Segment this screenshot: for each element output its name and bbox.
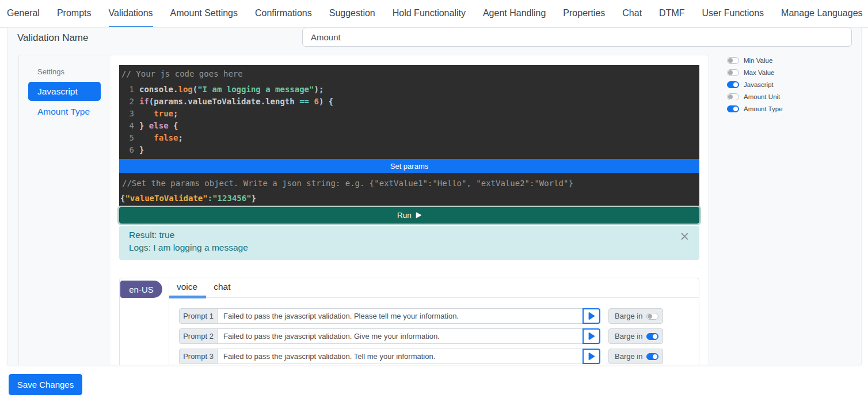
code-token: true: [154, 109, 173, 118]
code-token: "I am logging a message": [197, 85, 314, 94]
close-icon[interactable]: ×: [679, 229, 690, 243]
prompt-text-input[interactable]: [217, 349, 583, 364]
save-changes-button[interactable]: Save Changes: [9, 374, 82, 395]
switch-knob: [653, 354, 657, 359]
barge-in-switch[interactable]: [646, 313, 658, 320]
prompt-rows: Prompt 1Barge inPrompt 2Barge inPrompt 3…: [179, 308, 665, 365]
params-editor[interactable]: //Set the params object. Write a json st…: [119, 173, 699, 206]
channel-tab-chat[interactable]: chat: [206, 278, 239, 298]
option-label: Amount Unit: [744, 93, 780, 100]
set-params-button[interactable]: Set params: [119, 159, 699, 173]
line-number: 4: [119, 120, 134, 132]
code-line-3: 3 true;: [119, 108, 699, 120]
barge-in-switch[interactable]: [646, 353, 658, 360]
top-nav: GeneralPromptsValidationsAmount Settings…: [0, 0, 868, 28]
nav-tab-confirmations[interactable]: Confirmations: [255, 8, 312, 28]
line-number: 3: [119, 108, 134, 120]
nav-tab-suggestion[interactable]: Suggestion: [329, 8, 375, 28]
prompt-play-button[interactable]: [583, 308, 600, 324]
switch-knob: [733, 107, 738, 111]
option-switch[interactable]: [727, 105, 739, 112]
code-line-2: 2if(params.valueToValidate.length == 6) …: [119, 96, 699, 108]
prompt-play-button[interactable]: [583, 328, 600, 344]
language-tab-en-us[interactable]: en-US: [120, 281, 162, 298]
play-icon: [588, 312, 595, 320]
sidebar-item-javascript[interactable]: Javascript: [28, 82, 101, 101]
nav-tab-user-functions[interactable]: User Functions: [702, 8, 764, 28]
code-line-5: 5 false;: [119, 132, 699, 144]
nav-tab-properties[interactable]: Properties: [563, 8, 605, 28]
switch-knob: [728, 58, 733, 63]
nav-tab-validations[interactable]: Validations: [109, 8, 153, 28]
option-row-max-value: Max Value: [727, 66, 783, 78]
switch-knob: [648, 314, 652, 319]
code-token: {: [169, 121, 178, 130]
prompt-text-input[interactable]: [217, 308, 583, 324]
params-token: "123456": [212, 194, 251, 203]
app-window: GeneralPromptsValidationsAmount Settings…: [0, 0, 868, 401]
code-token: ;: [173, 109, 178, 118]
prompt-label: Prompt 2: [179, 328, 218, 344]
logs-line: Logs: I am logging a message: [129, 243, 248, 253]
code-token: 6: [314, 97, 318, 106]
barge-in-switch[interactable]: [646, 333, 658, 340]
nav-tab-chat[interactable]: Chat: [622, 8, 642, 28]
params-token: "valueToValidate": [125, 194, 207, 203]
code-token: console: [139, 85, 173, 94]
code-token: false: [154, 133, 178, 142]
option-label: Javascript: [744, 81, 774, 88]
channel-tabs: voicechat: [169, 278, 699, 298]
code-token: );: [314, 85, 323, 94]
prompt-text-input[interactable]: [217, 328, 583, 344]
validation-name-input[interactable]: [302, 28, 852, 47]
option-switch[interactable]: [727, 69, 739, 76]
nav-tab-agent-handling[interactable]: Agent Handling: [483, 8, 546, 28]
nav-tab-dtmf[interactable]: DTMF: [659, 8, 684, 28]
sidebar-item-amount-type[interactable]: Amount Type: [28, 102, 101, 121]
js-code-editor[interactable]: // Your js code goes here 1console.log("…: [119, 65, 699, 159]
code-token: (: [193, 85, 197, 94]
code-token: ;: [178, 133, 182, 142]
validation-name-label: Validation Name: [17, 32, 88, 44]
code-token: }: [139, 121, 149, 130]
option-switch[interactable]: [727, 57, 739, 64]
option-row-javascript: Javascript: [727, 78, 783, 90]
code-token: else: [149, 121, 169, 130]
prompt-label: Prompt 1: [179, 308, 218, 324]
code-comment: // Your js code goes here: [119, 68, 699, 80]
nav-tab-prompts[interactable]: Prompts: [57, 8, 92, 28]
result-line: Result: true: [129, 230, 174, 240]
result-alert: Result: true Logs: I am logging a messag…: [119, 226, 699, 260]
code-line-6: 6}: [119, 144, 699, 156]
run-label: Run: [397, 211, 412, 220]
code-token: [139, 133, 154, 142]
nav-tab-general[interactable]: General: [7, 8, 40, 28]
prompt-row-1: Prompt 1Barge in: [179, 308, 665, 324]
code-token: [139, 109, 154, 118]
code-token: ==: [299, 97, 309, 106]
code-token: (params.valueToValidate.length: [149, 97, 299, 106]
option-label: Amount Type: [744, 105, 783, 112]
code-token: log: [178, 85, 192, 94]
nav-tab-amount-settings[interactable]: Amount Settings: [170, 8, 238, 28]
run-button[interactable]: Run: [119, 207, 699, 224]
option-switch[interactable]: [727, 93, 739, 100]
code-token: ) {: [319, 97, 333, 106]
code-token: }: [139, 145, 144, 154]
play-icon: [588, 332, 595, 341]
channel-tab-voice[interactable]: voice: [169, 278, 206, 298]
option-row-amount-unit: Amount Unit: [727, 90, 783, 103]
params-json: {"valueToValidate":"123456"}: [120, 192, 256, 205]
prompt-play-button[interactable]: [583, 349, 600, 364]
nav-tab-manage-languages[interactable]: Manage Languages: [781, 8, 862, 28]
option-row-min-value: Min Value: [727, 54, 783, 66]
validation-card: Settings Javascript Amount Type // Your …: [18, 55, 709, 365]
line-number: 1: [119, 84, 134, 96]
barge-in-group: Barge in: [608, 349, 663, 364]
option-switch[interactable]: [727, 81, 739, 88]
line-number: 2: [119, 96, 134, 108]
option-row-amount-type: Amount Type: [727, 103, 783, 115]
switch-knob: [728, 94, 733, 99]
nav-tab-hold-functionality[interactable]: Hold Functionality: [393, 8, 466, 28]
sidebar-heading: Settings: [37, 67, 64, 76]
